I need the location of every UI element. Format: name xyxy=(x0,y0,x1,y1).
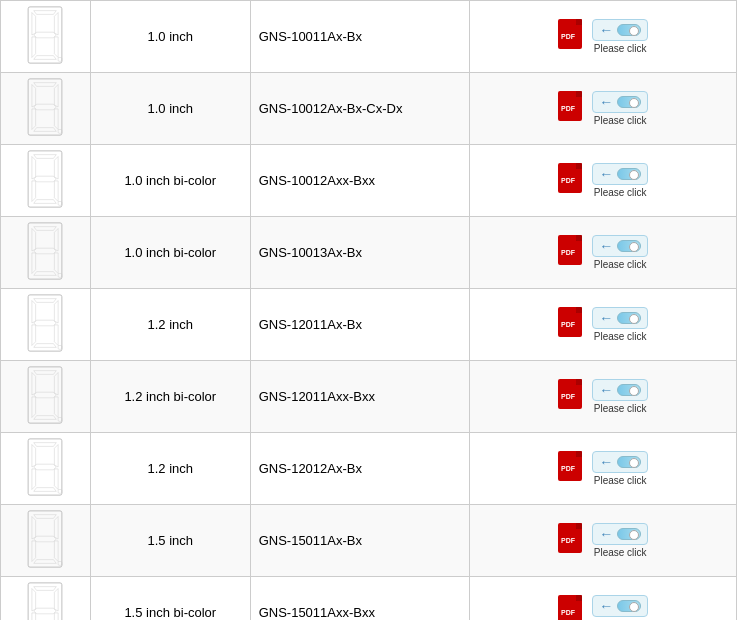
table-row: 1.0 inch bi-colorGNS-10013Ax-Bx PDF ← xyxy=(1,217,737,289)
svg-text:PDF: PDF xyxy=(561,393,576,400)
segment-display-icon xyxy=(1,577,91,621)
action-cell: PDF ← Please click xyxy=(470,289,737,361)
svg-marker-6 xyxy=(55,37,59,58)
svg-text:PDF: PDF xyxy=(561,537,576,544)
svg-marker-54 xyxy=(32,301,36,324)
action-cell: PDF ← Please click xyxy=(470,217,737,289)
toggle-arrow-icon: ← xyxy=(599,310,613,326)
svg-marker-92 xyxy=(34,515,57,519)
pdf-download-button[interactable]: PDF xyxy=(558,19,586,54)
table-row: 1.0 inch bi-colorGNS-10012Axx-Bxx PDF ← xyxy=(1,145,737,217)
svg-marker-41 xyxy=(32,229,36,252)
svg-rect-39 xyxy=(29,223,63,279)
svg-text:PDF: PDF xyxy=(561,105,576,112)
svg-text:PDF: PDF xyxy=(561,321,576,328)
action-cell: PDF ← Please click xyxy=(470,361,737,433)
please-click-label: Please click xyxy=(594,115,647,126)
svg-marker-95 xyxy=(34,536,57,542)
pdf-download-button[interactable]: PDF xyxy=(558,163,586,198)
please-click-button[interactable]: ← xyxy=(592,307,648,329)
please-click-label: Please click xyxy=(594,475,647,486)
svg-marker-69 xyxy=(34,392,57,398)
svg-marker-98 xyxy=(34,560,57,564)
please-click-label: Please click xyxy=(594,331,647,342)
svg-rect-115 xyxy=(576,595,582,601)
toggle-arrow-icon: ← xyxy=(599,382,613,398)
table-row: 1.2 inch bi-colorGNS-12011Axx-Bxx PDF ← xyxy=(1,361,737,433)
product-size: 1.0 inch bi-color xyxy=(90,217,250,289)
svg-marker-105 xyxy=(34,587,57,591)
pdf-download-button[interactable]: PDF xyxy=(558,379,586,414)
pdf-download-button[interactable]: PDF xyxy=(558,595,586,620)
table-row: 1.2 inchGNS-12012Ax-Bx PDF ← Please xyxy=(1,433,737,505)
pdf-download-button[interactable]: PDF xyxy=(558,91,586,126)
toggle-slider-icon xyxy=(617,600,641,612)
svg-rect-50 xyxy=(576,235,582,241)
pdf-download-button[interactable]: PDF xyxy=(558,307,586,342)
svg-marker-18 xyxy=(32,109,36,130)
svg-marker-70 xyxy=(32,397,36,418)
toggle-arrow-icon: ← xyxy=(599,598,613,614)
please-click-label: Please click xyxy=(594,403,647,414)
please-click-button[interactable]: ← xyxy=(592,451,648,473)
svg-text:PDF: PDF xyxy=(561,177,576,184)
svg-marker-32 xyxy=(55,181,59,202)
svg-rect-65 xyxy=(29,367,63,423)
segment-display-icon xyxy=(1,361,91,433)
toggle-arrow-icon: ← xyxy=(599,526,613,542)
svg-marker-14 xyxy=(34,83,57,87)
svg-marker-28 xyxy=(32,157,36,180)
svg-rect-102 xyxy=(576,523,582,529)
svg-marker-1 xyxy=(34,11,57,15)
svg-rect-73 xyxy=(59,418,63,422)
action-cell: PDF ← Please click xyxy=(470,433,737,505)
product-size: 1.5 inch xyxy=(90,505,250,577)
product-table: 1.0 inchGNS-10011Ax-Bx PDF ← Please xyxy=(0,0,737,620)
toggle-arrow-icon: ← xyxy=(599,238,613,254)
svg-rect-78 xyxy=(29,439,63,495)
please-click-button[interactable]: ← xyxy=(592,19,648,41)
svg-marker-56 xyxy=(34,320,57,326)
svg-marker-82 xyxy=(34,464,57,470)
table-row: 1.5 inch bi-colorGNS-15011Axx-Bxx PDF ← xyxy=(1,577,737,621)
svg-marker-81 xyxy=(55,445,59,468)
please-click-label: Please click xyxy=(594,547,647,558)
please-click-button[interactable]: ← xyxy=(592,523,648,545)
please-click-button[interactable]: ← xyxy=(592,91,648,113)
please-click-button[interactable]: ← xyxy=(592,379,648,401)
svg-marker-55 xyxy=(55,301,59,324)
svg-rect-89 xyxy=(576,451,582,457)
svg-marker-15 xyxy=(32,85,36,108)
please-click-button[interactable]: ← xyxy=(592,595,648,617)
svg-rect-8 xyxy=(59,58,63,62)
product-size: 1.5 inch bi-color xyxy=(90,577,250,621)
toggle-arrow-icon: ← xyxy=(599,454,613,470)
please-click-button[interactable]: ← xyxy=(592,163,648,185)
please-click-button[interactable]: ← xyxy=(592,235,648,257)
svg-marker-72 xyxy=(34,416,57,420)
svg-rect-99 xyxy=(59,562,63,566)
product-model: GNS-10013Ax-Bx xyxy=(250,217,470,289)
svg-rect-52 xyxy=(29,295,63,351)
product-model: GNS-12011Ax-Bx xyxy=(250,289,470,361)
pdf-download-button[interactable]: PDF xyxy=(558,523,586,558)
toggle-arrow-icon: ← xyxy=(599,166,613,182)
svg-marker-43 xyxy=(34,248,57,254)
svg-rect-63 xyxy=(576,307,582,313)
product-size: 1.0 inch bi-color xyxy=(90,145,250,217)
svg-marker-17 xyxy=(34,104,57,110)
svg-marker-94 xyxy=(55,517,59,540)
product-model: GNS-12012Ax-Bx xyxy=(250,433,470,505)
product-size: 1.0 inch xyxy=(90,73,250,145)
action-cell: PDF ← Please click xyxy=(470,505,737,577)
svg-marker-97 xyxy=(55,541,59,562)
svg-rect-86 xyxy=(59,490,63,494)
svg-marker-44 xyxy=(32,253,36,274)
pdf-download-button[interactable]: PDF xyxy=(558,235,586,270)
svg-rect-11 xyxy=(576,19,582,25)
pdf-download-button[interactable]: PDF xyxy=(558,451,586,486)
svg-marker-59 xyxy=(34,344,57,348)
segment-display-icon xyxy=(1,145,91,217)
svg-marker-30 xyxy=(34,176,57,182)
svg-marker-33 xyxy=(34,200,57,204)
